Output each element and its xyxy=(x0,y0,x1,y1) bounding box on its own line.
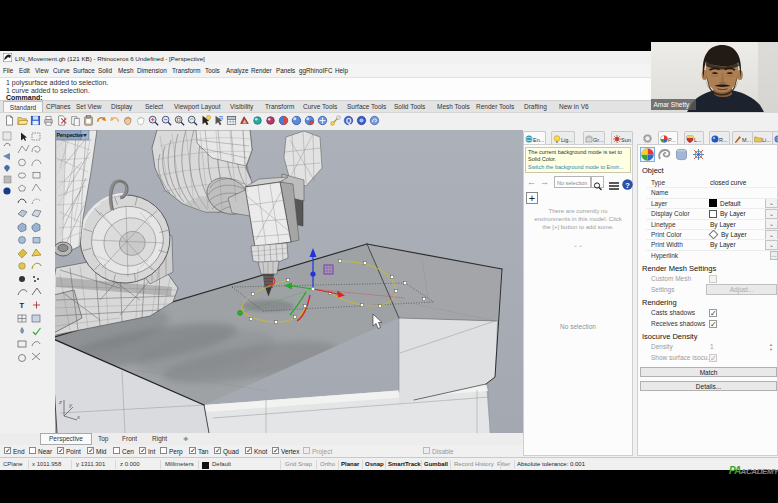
svg-text:Perspective: Perspective xyxy=(57,132,84,138)
svg-text:Q: Q xyxy=(346,117,351,125)
svg-text:T: T xyxy=(20,301,25,310)
svg-text:Amar Shetty: Amar Shetty xyxy=(654,101,691,109)
svg-text:z: z xyxy=(58,399,62,405)
svg-text:?: ? xyxy=(625,181,630,190)
